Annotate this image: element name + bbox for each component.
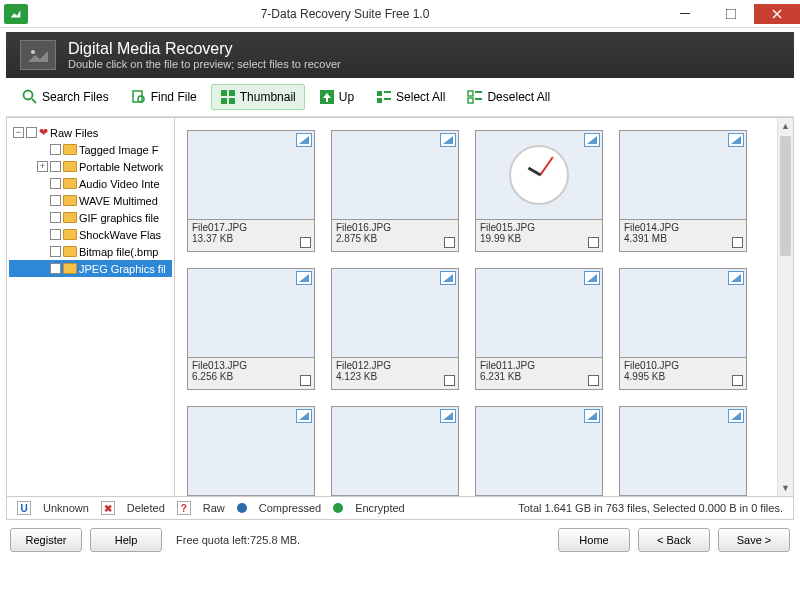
thumbnail-image[interactable] <box>619 130 747 220</box>
tree-item-label: JPEG Graphics fil <box>79 263 166 275</box>
register-button[interactable]: Register <box>10 528 82 552</box>
tree-checkbox[interactable] <box>50 178 61 189</box>
tree-checkbox[interactable] <box>26 127 37 138</box>
tree-item[interactable]: Bitmap file(.bmp <box>9 243 172 260</box>
file-name: File012.JPG <box>336 360 454 371</box>
toolbar: Search Files Find File Thumbnail Up Sele… <box>6 78 794 117</box>
tree-item[interactable]: Tagged Image F <box>9 141 172 158</box>
tree-checkbox[interactable] <box>50 246 61 257</box>
expand-icon[interactable]: + <box>37 161 48 172</box>
svg-rect-8 <box>221 90 227 96</box>
raw-icon: ? <box>177 501 191 515</box>
tree-item[interactable]: + Portable Network <box>9 158 172 175</box>
thumbnail-item[interactable]: File013.JPG 6.256 KB <box>187 268 315 390</box>
thumbnail-item[interactable]: File016.JPG 2.875 KB <box>331 130 459 252</box>
file-name: File011.JPG <box>480 360 598 371</box>
tree-checkbox[interactable] <box>50 161 61 172</box>
tree-item[interactable]: GIF graphics file <box>9 209 172 226</box>
image-badge-icon <box>728 271 744 285</box>
thumbnail-image[interactable] <box>187 268 315 358</box>
thumbnail-checkbox[interactable] <box>732 237 743 248</box>
file-tree[interactable]: − ❤ Raw Files Tagged Image F + Portable … <box>7 118 175 496</box>
tree-checkbox[interactable] <box>50 144 61 155</box>
thumbnail-item[interactable]: File014.JPG 4.391 MB <box>619 130 747 252</box>
tree-checkbox[interactable] <box>50 195 61 206</box>
thumbnail-image[interactable] <box>331 268 459 358</box>
thumbnail-item[interactable]: File010.JPG 4.995 KB <box>619 268 747 390</box>
thumbnail-image[interactable] <box>619 268 747 358</box>
svg-rect-17 <box>468 91 473 96</box>
thumbnail-checkbox[interactable] <box>588 237 599 248</box>
thumbnail-checkbox[interactable] <box>444 375 455 386</box>
file-size: 4.391 MB <box>624 233 667 244</box>
close-button[interactable] <box>754 4 800 24</box>
thumbnail-item[interactable]: File006.JPG 23.31 KB <box>619 406 747 496</box>
image-badge-icon <box>584 271 600 285</box>
select-all-button[interactable]: Select All <box>368 85 453 109</box>
raw-label: Raw <box>203 502 225 514</box>
thumbnail-image[interactable] <box>331 406 459 496</box>
find-file-button[interactable]: Find File <box>123 85 205 109</box>
save-button[interactable]: Save > <box>718 528 790 552</box>
minimize-button[interactable] <box>662 4 708 24</box>
thumbnail-button[interactable]: Thumbnail <box>211 84 305 110</box>
maximize-button[interactable] <box>708 4 754 24</box>
thumbnail-item[interactable]: File007.JPG 7.329 KB <box>475 406 603 496</box>
thumbnail-image[interactable] <box>475 406 603 496</box>
thumbnail-label: Thumbnail <box>240 90 296 104</box>
tree-checkbox[interactable] <box>50 263 61 274</box>
thumbnail-item[interactable]: File009.JPG 4.623 KB <box>187 406 315 496</box>
thumbnail-item[interactable]: File015.JPG 19.99 KB <box>475 130 603 252</box>
file-size: 19.99 KB <box>480 233 521 244</box>
tree-item[interactable]: WAVE Multimed <box>9 192 172 209</box>
thumbnail-checkbox[interactable] <box>300 375 311 386</box>
find-icon <box>131 89 147 105</box>
up-icon <box>319 89 335 105</box>
tree-checkbox[interactable] <box>50 212 61 223</box>
tree-item[interactable]: Audio Video Inte <box>9 175 172 192</box>
tree-root[interactable]: − ❤ Raw Files <box>9 124 172 141</box>
folder-icon <box>63 229 77 240</box>
thumbnail-image[interactable] <box>475 130 603 220</box>
search-icon <box>22 89 38 105</box>
thumbnail-image[interactable] <box>331 130 459 220</box>
svg-line-5 <box>32 99 36 103</box>
scroll-up-icon[interactable]: ▲ <box>778 118 793 134</box>
scroll-thumb[interactable] <box>780 136 791 256</box>
thumbnail-checkbox[interactable] <box>444 237 455 248</box>
thumbnail-image[interactable] <box>187 130 315 220</box>
tree-item-label: GIF graphics file <box>79 212 159 224</box>
thumbnail-checkbox[interactable] <box>300 237 311 248</box>
help-button[interactable]: Help <box>90 528 162 552</box>
search-files-button[interactable]: Search Files <box>14 85 117 109</box>
thumbnail-grid: File017.JPG 13.37 KB File016.JPG 2.875 K… <box>175 118 777 496</box>
tree-checkbox[interactable] <box>50 229 61 240</box>
collapse-icon[interactable]: − <box>13 127 24 138</box>
tree-item[interactable]: ShockWave Flas <box>9 226 172 243</box>
tree-item[interactable]: JPEG Graphics fil <box>9 260 172 277</box>
home-button[interactable]: Home <box>558 528 630 552</box>
image-badge-icon <box>728 409 744 423</box>
folder-icon <box>63 178 77 189</box>
thumbnail-image[interactable] <box>187 406 315 496</box>
thumbnail-info: File012.JPG 4.123 KB <box>331 358 459 390</box>
find-file-label: Find File <box>151 90 197 104</box>
thumbnail-item[interactable]: File012.JPG 4.123 KB <box>331 268 459 390</box>
thumbnail-image[interactable] <box>475 268 603 358</box>
up-button[interactable]: Up <box>311 85 362 109</box>
thumbnail-item[interactable]: File008.JPG 10.32 KB <box>331 406 459 496</box>
deselect-all-icon <box>467 89 483 105</box>
tree-item-label: Audio Video Inte <box>79 178 160 190</box>
image-badge-icon <box>296 271 312 285</box>
thumbnail-item[interactable]: File011.JPG 6.231 KB <box>475 268 603 390</box>
scrollbar[interactable]: ▲ ▼ <box>777 118 793 496</box>
main-panel: − ❤ Raw Files Tagged Image F + Portable … <box>6 117 794 497</box>
deselect-all-button[interactable]: Deselect All <box>459 85 558 109</box>
quota-label: Free quota left:725.8 MB. <box>176 534 300 546</box>
thumbnail-checkbox[interactable] <box>732 375 743 386</box>
thumbnail-item[interactable]: File017.JPG 13.37 KB <box>187 130 315 252</box>
scroll-down-icon[interactable]: ▼ <box>778 480 793 496</box>
back-button[interactable]: < Back <box>638 528 710 552</box>
thumbnail-checkbox[interactable] <box>588 375 599 386</box>
thumbnail-image[interactable] <box>619 406 747 496</box>
